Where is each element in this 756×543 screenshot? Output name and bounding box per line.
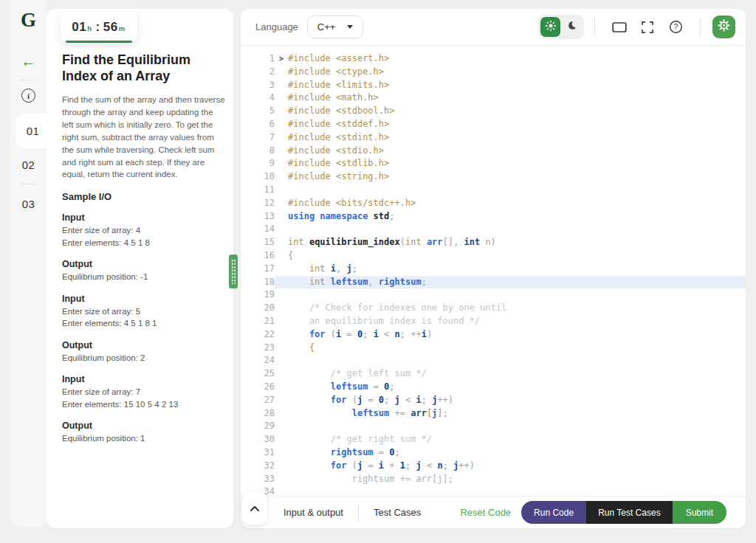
fold-gutter [275,302,288,315]
panel-resizer-handle[interactable] [229,255,238,288]
tab-input-output[interactable]: Input & output [284,507,343,518]
line-number: 26 [241,381,275,394]
line-number: 16 [241,249,275,263]
code-text [288,420,746,433]
code-line[interactable]: 34 [241,485,746,496]
sample-line: Enter size of array: 7 [62,386,233,398]
code-line[interactable]: 32 for (j = i + 1; j < n; j++) [241,460,746,473]
fold-chevron-icon[interactable]: > [275,52,288,66]
line-number: 27 [241,394,275,407]
code-line[interactable]: 27 for (j = 0; j < i; j++) [241,394,746,407]
code-line[interactable]: 19 [241,288,746,302]
code-line[interactable]: 33 rightsum += arr[j]; [241,473,746,486]
line-number: 20 [241,302,275,315]
code-text: #include <string.h> [288,170,746,184]
fold-gutter [275,460,288,473]
timer-card: 01h:56m [61,11,137,43]
app-logo[interactable]: G [10,9,47,32]
code-line[interactable]: 18 int leftsum, rightsum; [241,276,746,289]
light-theme-button[interactable] [540,17,560,37]
chevron-down-icon [347,25,353,29]
language-select[interactable]: C++ [307,15,364,38]
run-test-cases-button[interactable]: Run Test Cases [586,501,673,524]
code-line[interactable]: 20 /* Check for indexes one by one until [241,302,746,315]
line-number: 28 [241,407,275,421]
fold-gutter [275,236,288,249]
sample-block: InputEnter size of array: 7Enter element… [47,374,233,410]
code-editor[interactable]: 1>#include <assert.h>2#include <ctype.h>… [241,46,746,496]
line-number: 29 [241,420,275,433]
fullscreen-icon[interactable] [638,18,657,37]
line-number: 5 [241,105,275,118]
code-line[interactable]: 30 /* get right sum */ [241,433,746,446]
code-line[interactable]: 29 [241,420,746,433]
sample-io-list: InputEnter size of array: 4Enter element… [47,212,233,445]
code-line[interactable]: 10#include <string.h> [241,170,746,184]
sidebar-item-01[interactable]: 01 [16,114,49,148]
submit-button[interactable]: Submit [673,501,726,524]
code-line[interactable]: 1>#include <assert.h> [241,52,746,66]
code-line[interactable]: 13using namespace std; [241,210,746,224]
sample-line: Enter size of array: 5 [62,305,233,318]
fold-gutter [275,446,288,460]
line-number: 10 [241,170,275,184]
code-line[interactable]: 8#include <stdio.h> [241,145,746,158]
code-line[interactable]: 11 [241,184,746,197]
code-line[interactable]: 26 leftsum = 0; [241,381,746,394]
line-number: 7 [241,131,275,145]
line-number: 11 [241,184,275,197]
timer-minutes: 56 [103,20,118,35]
minimize-window-icon[interactable] [610,18,629,37]
code-line[interactable]: 24 [241,354,746,367]
code-line[interactable]: 3#include <limits.h> [241,79,746,92]
code-line[interactable]: 5#include <stdbool.h> [241,105,746,118]
fold-gutter [275,328,288,342]
code-line[interactable]: 23 { [241,342,746,355]
fold-gutter [275,249,288,263]
code-line[interactable]: 28 leftsum += arr[j]; [241,407,746,421]
line-number: 14 [241,223,275,236]
sun-icon [545,20,557,35]
collapse-panel-button[interactable] [242,492,267,525]
sample-line: Enter elements: 4 5 1 8 [62,237,233,249]
settings-button[interactable] [712,15,735,38]
code-line[interactable]: 9#include <stdlib.h> [241,157,746,170]
left-rail: G ← i 010203 [10,0,47,527]
code-line[interactable]: 22 for (i = 0; i < n; ++i) [241,328,746,342]
code-line[interactable]: 4#include <math.h> [241,91,746,105]
timer-separator: : [96,20,100,35]
line-number: 32 [241,460,275,473]
editor-header: Language C++ ? [241,9,746,46]
code-line[interactable]: 16{ [241,249,746,263]
fold-gutter [275,223,288,236]
code-text: #include <assert.h> [288,52,746,66]
code-line[interactable]: 12#include <bits/stdc++.h> [241,197,746,210]
code-line[interactable]: 2#include <ctype.h> [241,66,746,79]
code-line[interactable]: 6#include <stddef.h> [241,118,746,131]
sample-block: InputEnter size of array: 4Enter element… [47,212,233,249]
header-divider [700,18,701,37]
line-number: 9 [241,157,275,170]
code-line[interactable]: 31 rightsum = 0; [241,446,746,460]
tab-test-cases[interactable]: Test Cases [374,507,421,518]
code-line[interactable]: 15int equilibrium_index(int arr[], int n… [241,236,746,249]
fold-gutter [275,288,288,302]
reset-code-button[interactable]: Reset Code [460,507,511,518]
code-line[interactable]: 25 /* get left sum */ [241,367,746,381]
code-text [288,184,746,197]
code-lines: 1>#include <assert.h>2#include <ctype.h>… [241,52,746,496]
sidebar-item-03[interactable]: 03 [10,189,47,218]
code-line[interactable]: 21 an equilibrium index is found */ [241,315,746,328]
help-icon[interactable]: ? [666,18,685,37]
code-line[interactable]: 7#include <stdint.h> [241,131,746,145]
info-icon[interactable]: i [21,89,35,103]
fold-gutter [275,420,288,433]
run-code-button[interactable]: Run Code [521,501,586,524]
dark-theme-button[interactable] [562,17,582,37]
back-arrow-icon[interactable]: ← [10,53,47,70]
code-line[interactable]: 14 [241,223,746,236]
fold-gutter [275,210,288,224]
sidebar-item-02[interactable]: 02 [10,150,47,179]
code-line[interactable]: 17 int i, j; [241,263,746,276]
language-label: Language [255,21,298,32]
